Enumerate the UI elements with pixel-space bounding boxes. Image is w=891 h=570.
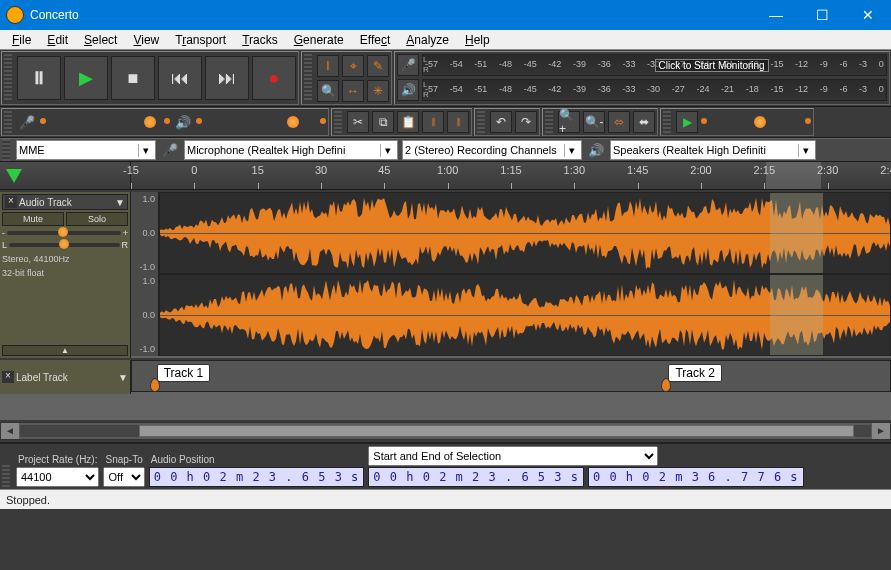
label-marker[interactable]: Track 1 [155, 364, 211, 382]
recording-channels-select[interactable]: 2 (Stereo) Recording Channels▾ [402, 140, 582, 160]
track-control-panel[interactable]: × Label Track ▼ [0, 360, 131, 394]
scroll-right-button[interactable]: ► [872, 423, 890, 439]
project-rate-label: Project Rate (Hz): [16, 453, 99, 466]
trim-button[interactable]: ⦀ [422, 111, 444, 133]
label-marker[interactable]: Track 2 [666, 364, 722, 382]
label-text[interactable]: Track 2 [668, 364, 722, 382]
scroll-left-button[interactable]: ◄ [1, 423, 19, 439]
toolbar-grip[interactable] [477, 111, 485, 133]
selection-toolbar: Project Rate (Hz): 44100 Snap-To Off Aud… [0, 442, 891, 489]
menu-tracks[interactable]: Tracks [234, 31, 286, 49]
toolbar-grip[interactable] [2, 465, 10, 487]
record-button[interactable]: ● [252, 56, 296, 100]
menu-effect[interactable]: Effect [352, 31, 398, 49]
skip-end-button[interactable]: ⏭ [205, 56, 249, 100]
label-pin-icon [150, 378, 160, 392]
fit-selection-button[interactable]: ⬄ [608, 111, 630, 133]
toolbar-grip[interactable] [304, 54, 312, 102]
track-menu-dropdown[interactable]: ▼ [118, 372, 128, 383]
toolbar-grip[interactable] [4, 54, 12, 102]
cut-button[interactable]: ✂ [347, 111, 369, 133]
draw-tool[interactable]: ✎ [367, 55, 389, 77]
track-bit-info: 32-bit float [2, 268, 128, 278]
close-button[interactable]: ✕ [845, 0, 891, 30]
timeline-ruler[interactable]: -1501530451:001:151:301:452:002:152:302:… [0, 162, 891, 190]
snap-to-select[interactable]: Off [103, 467, 144, 487]
skip-start-button[interactable]: ⏮ [158, 56, 202, 100]
menu-transport[interactable]: Transport [167, 31, 234, 49]
paste-button[interactable]: 📋 [397, 111, 419, 133]
zoom-tool[interactable]: 🔍 [317, 80, 339, 102]
zoom-out-button[interactable]: 🔍- [583, 111, 605, 133]
timeshift-tool[interactable]: ↔ [342, 80, 364, 102]
minimize-button[interactable]: — [753, 0, 799, 30]
toolbar-grip[interactable] [334, 111, 342, 133]
toolbar-grip[interactable] [2, 139, 10, 161]
zoom-in-button[interactable]: 🔍+ [558, 111, 580, 133]
track-close-button[interactable]: × [5, 196, 17, 208]
project-rate-select[interactable]: 44100 [16, 467, 99, 487]
playback-meter[interactable]: LR -57-54-51-48-45-42-39-36-33-30-27-24-… [422, 79, 887, 101]
record-meter[interactable]: LR -57-54-51-48-45-42-39-36-33-30-27-24-… [422, 54, 887, 76]
selection-start-field[interactable]: 0 0 h 0 2 m 2 3 . 6 5 3 s [368, 467, 584, 487]
audio-host-select[interactable]: MME▾ [16, 140, 156, 160]
menu-generate[interactable]: Generate [286, 31, 352, 49]
track-control-panel[interactable]: × Audio Track ▼ Mute Solo -+ LR Stereo, … [0, 192, 131, 358]
menu-select[interactable]: Select [76, 31, 125, 49]
speaker-icon: 🔊 [173, 112, 193, 132]
toolbar-grip[interactable] [545, 111, 553, 133]
speaker-meter-icon[interactable]: 🔊 [397, 79, 419, 101]
window-titlebar: Concerto — ☐ ✕ [0, 0, 891, 30]
multi-tool[interactable]: ✳ [367, 80, 389, 102]
solo-button[interactable]: Solo [66, 212, 128, 226]
gain-slider[interactable] [7, 231, 121, 235]
copy-button[interactable]: ⧉ [372, 111, 394, 133]
track-area: × Audio Track ▼ Mute Solo -+ LR Stereo, … [0, 190, 891, 394]
envelope-tool[interactable]: ⌖ [342, 55, 364, 77]
menu-file[interactable]: File [4, 31, 39, 49]
playhead-icon[interactable] [6, 169, 22, 183]
menu-edit[interactable]: Edit [39, 31, 76, 49]
toolbar-grip[interactable] [4, 111, 12, 133]
horizontal-scrollbar[interactable]: ◄ ► [0, 422, 891, 440]
play-button[interactable]: ▶ [64, 56, 108, 100]
tools-toolbar: I ⌖ ✎ 🔍 ↔ ✳ [301, 51, 392, 105]
label-pin-icon [661, 378, 671, 392]
undo-button[interactable]: ↶ [490, 111, 512, 133]
toolbar-grip[interactable] [663, 111, 671, 133]
audio-position-field[interactable]: 0 0 h 0 2 m 2 3 . 6 5 3 s [149, 467, 365, 487]
selection-end-field[interactable]: 0 0 h 0 2 m 3 6 . 7 7 6 s [588, 467, 804, 487]
menu-help[interactable]: Help [457, 31, 498, 49]
mic-meter-icon[interactable]: 🎤 [397, 54, 419, 76]
label-text[interactable]: Track 1 [157, 364, 211, 382]
label-track-body[interactable]: Track 1Track 2 [131, 360, 891, 392]
app-icon [6, 6, 24, 24]
recording-device-select[interactable]: Microphone (Realtek High Defini▾ [184, 140, 398, 160]
redo-button[interactable]: ↷ [515, 111, 537, 133]
silence-button[interactable]: ⦀ [447, 111, 469, 133]
fit-project-button[interactable]: ⬌ [633, 111, 655, 133]
pause-button[interactable]: ⏸ [17, 56, 61, 100]
track-close-button[interactable]: × [2, 371, 14, 383]
recording-volume-slider[interactable] [40, 114, 170, 130]
selection-mode-select[interactable]: Start and End of Selection [368, 446, 658, 466]
track-collapse-button[interactable]: ▲ [2, 345, 128, 356]
maximize-button[interactable]: ☐ [799, 0, 845, 30]
menu-view[interactable]: View [125, 31, 167, 49]
track-menu-dropdown[interactable]: ▼ [115, 197, 125, 208]
selection-tool[interactable]: I [317, 55, 339, 77]
stop-button[interactable]: ■ [111, 56, 155, 100]
mixer-toolbar: 🎤 🔊 [1, 108, 329, 136]
playback-device-select[interactable]: Speakers (Realtek High Definiti▾ [610, 140, 816, 160]
menu-analyze[interactable]: Analyze [398, 31, 457, 49]
playback-speed-slider[interactable] [701, 114, 811, 130]
play-at-speed-button[interactable]: ▶ [676, 111, 698, 133]
pan-slider[interactable] [9, 243, 119, 247]
monitor-label[interactable]: Click to Start Monitoring [655, 59, 769, 72]
waveform-right[interactable] [159, 274, 891, 356]
device-toolbar: MME▾ 🎤 Microphone (Realtek High Defini▾ … [0, 138, 891, 162]
mute-button[interactable]: Mute [2, 212, 64, 226]
playback-volume-slider[interactable] [196, 114, 326, 130]
waveform-left[interactable] [159, 192, 891, 274]
edit-toolbar: ✂ ⧉ 📋 ⦀ ⦀ [331, 108, 472, 136]
